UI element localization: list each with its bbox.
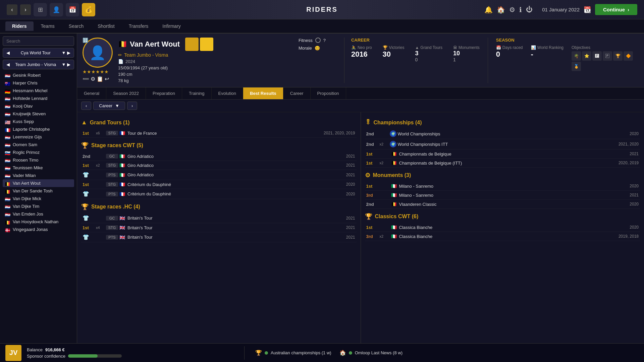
monuments-header: ⚙ Monuments (3) — [365, 172, 640, 179]
bell-icon[interactable]: 🔔 — [484, 6, 493, 14]
grandtours-stat: ▲Grand Tours 3 0 — [415, 45, 442, 62]
rider-vingegaard[interactable]: 🇩🇰 Vingegaard Jonas — [3, 226, 74, 233]
back-button[interactable]: ‹ — [7, 4, 17, 15]
sponsor-bar-fill — [68, 354, 98, 358]
rider-leemreize[interactable]: 🇳🇱 Leemreize Gijs — [3, 133, 74, 141]
top-bar-right: 🔔 🏠 ⚙ ℹ ⏻ 01 January 2022 📆 Continue › — [484, 4, 637, 15]
rank-badge: 🔢 — [83, 38, 88, 43]
rider-hessmann[interactable]: 🇩🇪 Hessmann Michel — [3, 87, 74, 95]
rider-vanaert[interactable]: 🇧🇪 Van Aert Wout — [3, 179, 74, 187]
rider-harper[interactable]: 🇦🇺 Harper Chris — [3, 79, 74, 87]
house-icon[interactable]: 🏠 — [497, 6, 505, 14]
tab-training[interactable]: Training — [182, 87, 211, 99]
rider-oomen[interactable]: 🇳🇱 Oomen Sam — [3, 141, 74, 148]
career-label: CAREER — [351, 38, 480, 43]
info-icon[interactable]: ℹ — [519, 6, 522, 14]
tab-evolution[interactable]: Evolution — [212, 87, 243, 99]
tab-career[interactable]: Career — [283, 87, 311, 99]
sub-tabs: Riders Teams Search Shortlist Transfers … — [0, 19, 644, 34]
player-name: Van Aert Wout — [130, 40, 180, 49]
jersey-icons — [185, 38, 213, 51]
neopro-year: 2016 — [351, 50, 372, 59]
continue-button[interactable]: Continue › — [595, 4, 637, 15]
player-header: 👤 🔢 ★★★★★★ ➖ ⚙ 📋 ↩ 🇧🇪 Van Aert Wout — [77, 34, 644, 87]
championships-title: Championships (4) — [374, 120, 422, 126]
divider — [244, 346, 245, 360]
rider-gesink[interactable]: 🇳🇱 Gesink Robert — [3, 71, 74, 79]
home-icon[interactable]: ⊞ — [34, 3, 47, 16]
rider-kuss[interactable]: 🇺🇸 Kuss Sepp — [3, 118, 74, 125]
jersey2 — [200, 38, 213, 51]
stage-cwt-title: Stage races CWT (5) — [91, 142, 143, 148]
tab-infirmary[interactable]: Infirmary — [156, 21, 187, 31]
grand-tours-icon: ▲ — [81, 119, 87, 126]
team-logo: JV — [5, 345, 21, 361]
rider-vandijketim[interactable]: 🇳🇱 Van Dijke Tim — [3, 202, 74, 210]
rider-vandersande[interactable]: 🇧🇪 Van Der Sande Tosh — [3, 187, 74, 195]
riders-icon[interactable]: 👤 — [50, 3, 63, 16]
objectives-icons: 🌴 ⭐ 🅿 🇵 🏆 🔶 🏅 — [572, 51, 639, 71]
calendar-icon2[interactable]: 📆 — [584, 6, 591, 13]
rider-vandijkemick[interactable]: 🇳🇱 Van Dijke Mick — [3, 195, 74, 202]
date-display: 01 January 2022 — [542, 7, 580, 12]
champ-row-1: 2nd x2 🌍 World Championships ITT 2021, 2… — [365, 139, 640, 149]
tab-shortlist[interactable]: Shortlist — [91, 21, 121, 31]
rider-vanemden[interactable]: 🇳🇱 Van Emden Jos — [3, 210, 74, 218]
tab-proposition[interactable]: Proposition — [311, 87, 346, 99]
player-name-row: 🇧🇪 Van Aert Wout — [118, 38, 293, 51]
balance-value: 916,666 € — [45, 347, 65, 352]
champ-row-0: 2nd 🌍 World Championships 2020 — [365, 129, 640, 139]
search-input[interactable] — [3, 36, 74, 46]
tab-season2022[interactable]: Season 2022 — [106, 87, 146, 99]
rider-vader[interactable]: 🇳🇱 Vader Milan — [3, 172, 74, 179]
bottom-left: JV Balance 916,666 € Sponsor confidence — [0, 345, 241, 361]
rider-hofstede[interactable]: 🇳🇱 Hofstede Lennard — [3, 95, 74, 102]
rider-vanhooydонck[interactable]: 🇧🇪 Van Hooydонck Nathan — [3, 218, 74, 226]
selector-dropdown[interactable]: Career ▼ — [93, 102, 125, 110]
fitness-row: Fitness ? — [299, 38, 339, 43]
monument-row-0: 1st 🇮🇹 Milano - Sanremo 2020 — [365, 182, 640, 191]
season-label: SEASON — [496, 38, 639, 43]
player-team: Team Jumbo - Visma — [124, 52, 168, 58]
victories-value: 30 — [383, 50, 405, 59]
stage-cwt-row-1: 1st x2 STG 🇮🇹 Giro Adriatico 2021 — [81, 161, 357, 170]
player-info: 🇧🇪 Van Aert Wout ✏ Team Jumbo - Visma 📄 … — [118, 38, 293, 83]
tab-search[interactable]: Search — [62, 21, 90, 31]
monuments-value1: 10 — [453, 50, 480, 57]
obj-icon-2: ⭐ — [582, 51, 591, 61]
group1-dropdown[interactable]: ◀ Cya World Tour ▼ ▶ — [3, 48, 74, 58]
power-icon[interactable]: ⏻ — [526, 6, 533, 13]
rider-laporte[interactable]: 🇫🇷 Laporte Christophe — [3, 125, 74, 133]
page-title: RIDERS — [306, 6, 338, 13]
gear-icon[interactable]: ⚙ — [509, 6, 515, 14]
stage-hc-row-1: 1st x4 STG 🇬🇧 Britain's Tour 2021 — [81, 223, 357, 232]
championships-header: 🎖 Championships (4) — [365, 119, 640, 126]
tab-bestresults[interactable]: Best Results — [243, 87, 283, 99]
selector-row: ‹ Career ▼ › — [77, 100, 644, 112]
balance-label: Balance — [27, 347, 43, 352]
jersey1 — [185, 38, 199, 51]
tab-general[interactable]: General — [77, 87, 106, 99]
tab-teams[interactable]: Teams — [34, 21, 61, 31]
finance-icon[interactable]: 💰 — [82, 3, 95, 16]
calendar-icon[interactable]: 📅 — [66, 3, 79, 16]
rider-kruijswijk[interactable]: 🇳🇱 Kruijswijk Steven — [3, 110, 74, 118]
tab-transfers[interactable]: Transfers — [122, 21, 155, 31]
player-avatar-container: 👤 🔢 ★★★★★★ ➖ ⚙ 📋 ↩ — [83, 38, 113, 83]
sponsor-bar-bg — [68, 354, 122, 358]
rider-roosen[interactable]: 🇳🇱 Roosen Timo — [3, 156, 74, 164]
player-team-row: ✏ Team Jumbo - Visma — [118, 52, 293, 58]
forward-button[interactable]: › — [20, 4, 31, 15]
tab-preparation[interactable]: Preparation — [146, 87, 182, 99]
selector-next[interactable]: › — [127, 102, 137, 110]
monument-row-1: 3rd 🇮🇹 Milano - Sanremo 2021 — [365, 191, 640, 200]
days-raced-value: 0 — [496, 50, 523, 59]
selector-prev[interactable]: ‹ — [81, 102, 91, 110]
monument-row-2: 2nd 🇧🇪 Vlaanderen Classic 2020 — [365, 200, 640, 209]
rider-kooij[interactable]: 🇳🇱 Kooij Olav — [3, 102, 74, 110]
rider-roglic[interactable]: 🇸🇮 Roglic Primoz — [3, 148, 74, 156]
rider-teunissen[interactable]: 🇳🇱 Teunissen Mike — [3, 164, 74, 172]
tab-riders[interactable]: Riders — [5, 21, 34, 31]
group2-dropdown[interactable]: ◀ Team Jumbo - Visma ▼ ▶ — [3, 60, 74, 69]
obj-icon-1: 🌴 — [572, 51, 581, 61]
